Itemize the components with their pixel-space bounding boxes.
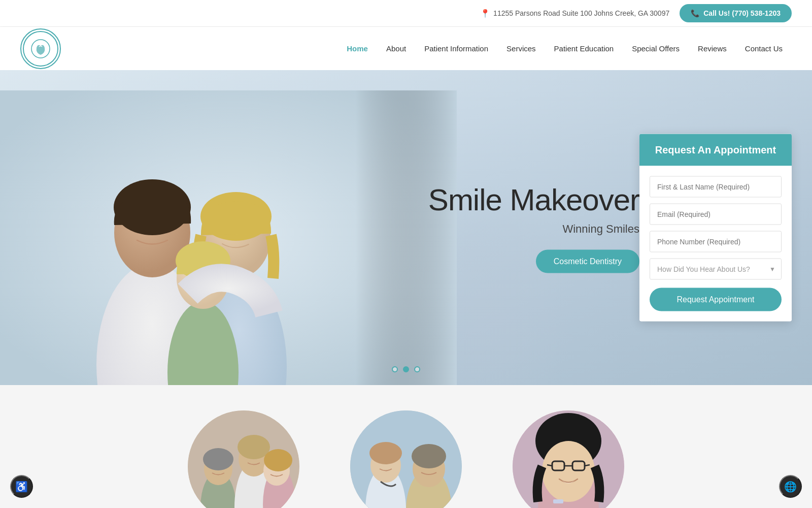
site-header: Home About Patient Information Services …: [0, 27, 812, 70]
slider-dots: [392, 366, 420, 372]
nav-about[interactable]: About: [377, 39, 415, 58]
hero-family-image: [0, 90, 457, 385]
services-image-svg: [350, 410, 462, 508]
phone-input[interactable]: [650, 231, 782, 252]
chat-icon: 🌐: [784, 481, 797, 493]
svg-point-16: [203, 448, 233, 470]
logo-inner: [23, 31, 58, 67]
patient-info-circle-image: [513, 410, 624, 508]
cosmetic-dentistry-button[interactable]: Cosmetic Dentistry: [536, 250, 639, 273]
referral-select[interactable]: How Did You Hear About Us? Google Facebo…: [650, 259, 782, 280]
location-icon: 📍: [480, 9, 490, 18]
team-circle-image: [188, 410, 299, 508]
patient-info-image-svg: [513, 410, 624, 508]
team-card: [188, 410, 299, 508]
hero-subtitle: Winning Smiles: [428, 223, 639, 236]
slide-dot-3[interactable]: [414, 366, 420, 372]
patient-info-card: [513, 410, 624, 508]
nav-services[interactable]: Services: [497, 39, 545, 58]
nav-patient-info[interactable]: Patient Information: [415, 39, 497, 58]
call-label: Call Us! (770) 538-1203: [703, 9, 781, 17]
svg-point-22: [264, 449, 292, 471]
site-logo[interactable]: [20, 28, 61, 69]
address-text: 11255 Parsons Road Suite 100 Johns Creek…: [493, 9, 669, 17]
accessibility-icon: ♿: [15, 481, 28, 493]
nav-patient-education[interactable]: Patient Education: [545, 39, 623, 58]
accessibility-button[interactable]: ♿: [10, 475, 33, 498]
appointment-header: Request An Appointment: [639, 134, 792, 166]
hero-section: Smile Makeover Winning Smiles Cosmetic D…: [0, 70, 812, 385]
svg-rect-41: [553, 499, 563, 503]
chat-button[interactable]: 🌐: [779, 475, 802, 498]
team-image-svg: [188, 410, 299, 508]
svg-point-35: [542, 441, 595, 502]
services-card: [350, 410, 462, 508]
call-button[interactable]: 📞 Call Us! (770) 538-1203: [680, 4, 792, 22]
svg-point-30: [369, 442, 402, 464]
hero-text: Smile Makeover Winning Smiles Cosmetic D…: [428, 182, 639, 273]
slide-dot-2[interactable]: [403, 366, 409, 372]
request-appointment-button[interactable]: Request Appointment: [650, 288, 782, 311]
main-nav: Home About Patient Information Services …: [337, 39, 792, 58]
nav-special-offers[interactable]: Special Offers: [623, 39, 689, 58]
svg-point-27: [412, 444, 446, 468]
appointment-form-body: How Did You Hear About Us? Google Facebo…: [639, 166, 792, 322]
appointment-title: Request An Appointment: [650, 144, 782, 156]
address-bar: 📍 11255 Parsons Road Suite 100 Johns Cre…: [480, 9, 669, 18]
slide-dot-1[interactable]: [392, 366, 398, 372]
nav-reviews[interactable]: Reviews: [689, 39, 736, 58]
referral-select-wrapper: How Did You Hear About Us? Google Facebo…: [650, 259, 782, 280]
hero-title: Smile Makeover: [428, 182, 639, 217]
nav-contact[interactable]: Contact Us: [736, 39, 792, 58]
name-input[interactable]: [650, 176, 782, 198]
lower-section: [0, 385, 812, 508]
appointment-card: Request An Appointment How Did You Hear …: [639, 134, 792, 322]
nav-home[interactable]: Home: [337, 39, 377, 58]
svg-point-19: [238, 435, 270, 459]
phone-icon: 📞: [691, 9, 699, 17]
services-circle-image: [350, 410, 462, 508]
top-bar: 📍 11255 Parsons Road Suite 100 Johns Cre…: [0, 0, 812, 27]
email-input[interactable]: [650, 204, 782, 225]
